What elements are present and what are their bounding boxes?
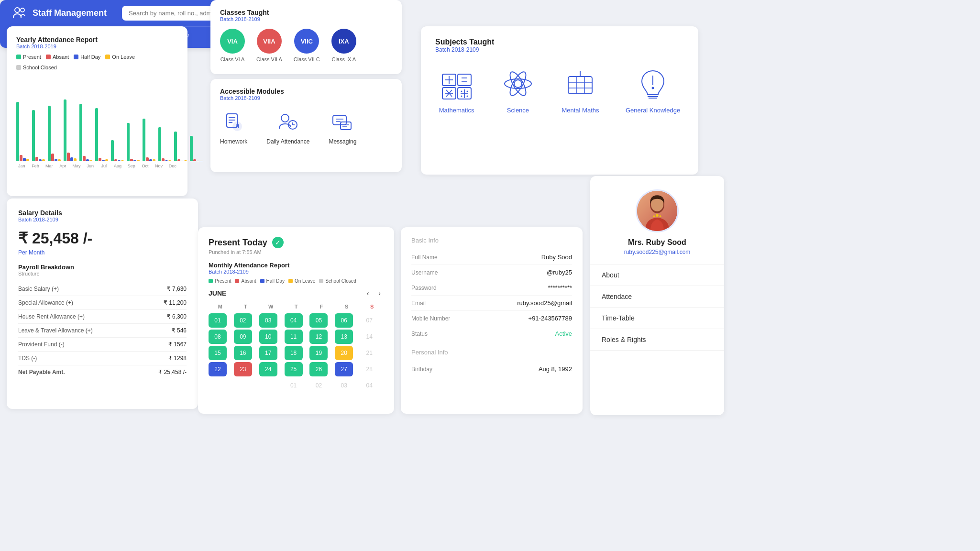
chart-label-feb: Feb [30,164,41,168]
payroll-row: Basic Salary (+)₹ 7,630 [18,282,187,296]
bar-segment [168,160,171,161]
class-label-viia: Class VII A [256,56,282,62]
mental-maths-icon [563,66,597,101]
avatar-image [637,191,677,231]
calendar-cell: 07 [360,313,378,328]
payroll-value: ₹ 7,630 [167,286,187,292]
payroll-row: TDS (-)₹ 1298 [18,352,187,365]
calendar-cell: 27 [335,362,353,376]
att-onleave: On Leave [288,278,315,284]
payroll-row: Leave & Travel Allowance (+)₹ 546 [18,324,187,338]
calendar-cell: 06 [335,313,353,328]
calendar-next[interactable]: › [375,288,384,298]
calendar-cell: 24 [259,362,277,376]
class-item-ixa: IXA Class IX A [331,29,356,62]
bar-segment [130,159,133,161]
bar-segment [83,156,86,161]
classes-title: Classes Taught [220,9,392,16]
mathematics-icon [440,66,474,101]
calendar-cell: 21 [360,346,378,360]
bar-group-apr [64,99,77,161]
staff-management-icon [11,5,27,21]
payroll-value: ₹ 6,300 [167,313,187,320]
svg-point-54 [660,215,661,217]
calendar-dow: F [309,302,333,311]
calendar-grid: MTWTFSS010203040506070809101112131415161… [209,302,384,393]
subjects-batch: Batch 2018-2109 [435,46,684,53]
calendar-cell: 02 [234,313,252,328]
profile-nav-item-time-table[interactable]: Time-Table [590,308,724,329]
messaging-label: Messaging [329,138,356,145]
bar-group-dec [190,136,203,161]
info-value: Ruby Sood [541,253,572,261]
check-icon: ✓ [272,237,284,248]
calendar-prev[interactable]: ‹ [364,288,372,298]
calendar-cell: 20 [335,346,353,360]
profile-nav-item-about[interactable]: About [590,264,724,286]
present-today-card: Present Today ✓ Punched in at 7:55 AM Mo… [198,227,394,414]
chart-label-sep: Sep [126,164,137,168]
info-row: Emailruby.sood25@gmail [411,296,572,311]
bar-segment [143,119,145,161]
att-halfday: Half Day [260,278,285,284]
class-label-viic: Class VII C [294,56,320,62]
info-row: Mobile Number+91-243567789 [411,311,572,326]
payroll-value: ₹ 1567 [168,341,187,348]
payroll-value: ₹ 11,200 [164,299,187,306]
bar-segment [190,136,193,161]
calendar-cell: 22 [209,362,227,376]
bar-segment [35,157,38,161]
bar-segment [197,161,199,161]
calendar-cell: 18 [285,346,303,360]
payroll-label: House Rent Allowance (+) [18,313,85,320]
subjects-taught-card: Subjects Taught Batch 2018-2109 [421,26,698,175]
svg-point-32 [466,96,468,97]
svg-point-6 [281,114,289,122]
calendar-cell: 02 [309,378,328,393]
svg-point-29 [461,91,462,92]
bar-segment [174,132,177,161]
circle-via: VIA [220,29,245,54]
bar-group-oct [158,127,171,161]
bar-group-may [79,104,92,161]
calendar-cell: 09 [234,330,252,344]
calendar-dow: W [259,302,283,311]
yearly-chart [16,75,178,161]
circle-ixa: IXA [331,29,356,54]
chart-label-aug: Aug [112,164,123,168]
yearly-batch: Batch 2018-2019 [16,44,178,49]
bar-segment [118,160,121,161]
mental-maths-label: Mental Maths [562,107,599,114]
calendar-cell: 13 [335,330,353,344]
calendar-cell: 10 [259,330,277,344]
subject-science: Science [501,66,535,114]
profile-nav-item-attendace[interactable]: Attendace [590,286,724,308]
bar-segment [121,160,124,161]
bar-segment [146,157,149,161]
bar-group-mar [48,106,61,161]
bar-group-feb [32,110,45,161]
modules-title: Accessible Modules [220,88,392,95]
general-knowledge-icon [636,66,670,101]
payroll-row: House Rent Allowance (+)₹ 6,300 [18,310,187,324]
salary-card: Salary Details Batch 2018-2109 ₹ 25,458 … [7,198,198,409]
calendar-cell: 05 [309,313,328,328]
info-key: Full Name [411,254,438,261]
bar-segment [111,140,114,161]
chart-label-oct: Oct [140,164,151,168]
calendar-cell: 03 [259,313,277,328]
bar-segment [89,160,92,161]
homework-label: Homework [220,138,247,145]
payroll-value: ₹ 1298 [168,355,187,362]
bar-segment [67,153,70,161]
present-header: Present Today ✓ [209,237,384,248]
payroll-label: Basic Salary (+) [18,286,59,292]
salary-amount: ₹ 25,458 /- [18,229,187,247]
profile-email: ruby.sood225@gmail.com [624,249,691,255]
bar-group-aug [127,123,140,161]
svg-point-47 [15,8,20,12]
svg-rect-10 [333,115,346,125]
info-key: Status [411,331,428,337]
avatar [636,189,679,232]
profile-nav-item-roles-&-rights[interactable]: Roles & Rights [590,329,724,351]
